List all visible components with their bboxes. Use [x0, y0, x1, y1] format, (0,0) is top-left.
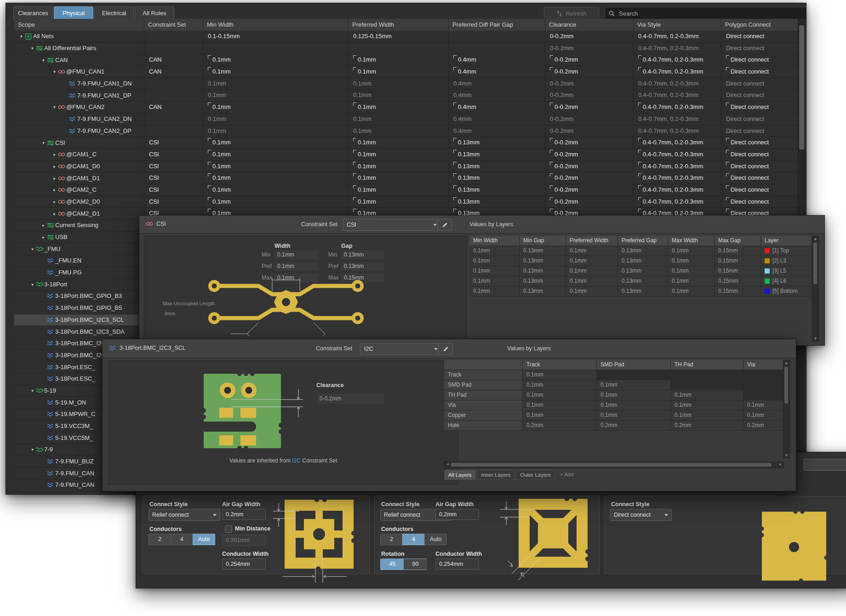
scrollbar-thumb[interactable]: [813, 243, 817, 284]
column-header[interactable]: Preferred Width: [349, 19, 449, 31]
layers-value-cell[interactable]: 0.1mm: [469, 276, 520, 286]
layer-cell[interactable]: [4] L6: [761, 276, 812, 286]
layers-value-cell[interactable]: 0.13mm: [520, 286, 566, 297]
layer-cell[interactable]: [2] L3: [761, 256, 812, 266]
layers-value-cell[interactable]: 0.13mm: [618, 246, 668, 256]
column-header[interactable]: Via Style: [634, 19, 721, 31]
layers-value-cell[interactable]: 0.13mm: [618, 266, 668, 276]
value-cell-via-style[interactable]: 0.4-0.7mm, 0.2-0.3mm: [634, 125, 721, 137]
tree-expand-arrow[interactable]: ▸: [51, 173, 58, 184]
layers-value-cell[interactable]: 0.1mm: [668, 246, 715, 256]
tab-physical[interactable]: Physical: [54, 6, 93, 20]
layer-tab-outer-layers[interactable]: Outer Layers: [516, 470, 554, 480]
tree-expand-arrow[interactable]: ▾: [29, 244, 36, 255]
tree-expand-arrow[interactable]: ▾: [18, 31, 25, 42]
value-cell-via-style[interactable]: 0.4-0.7mm, 0.2-0.3mm: [634, 184, 721, 196]
value-cell-via-style[interactable]: 0.4-0.7mm, 0.2-0.3mm: [634, 137, 721, 148]
column-header[interactable]: Preferred Diff Pair Gap: [449, 19, 545, 31]
matrix-column-header[interactable]: Track: [523, 360, 597, 370]
matrix-value-cell[interactable]: [743, 370, 785, 380]
value-cell-min-width[interactable]: 0.1mm: [203, 161, 349, 172]
layers-value-cell[interactable]: 0.15mm: [715, 266, 761, 276]
value-cell-preferred-diff-pair-gap[interactable]: 0.13mm: [449, 137, 545, 148]
matrix-value-cell[interactable]: [743, 390, 785, 400]
min-distance-input[interactable]: 0.381mm: [222, 535, 266, 546]
column-header[interactable]: Min Width: [203, 19, 349, 31]
column-header[interactable]: Polygon Connect: [721, 19, 800, 31]
value-cell-clearance[interactable]: 0-0.2mm: [545, 196, 634, 208]
matrix-row[interactable]: Hole0.2mm0.2mm0.2mm0.2mm: [444, 421, 785, 431]
matrix-value-cell[interactable]: 0.2mm: [597, 421, 671, 431]
matrix-value-cell[interactable]: 0.1mm: [597, 400, 671, 411]
value-cell-preferred-width[interactable]: 0.1mm: [349, 172, 449, 184]
value-cell-preferred-diff-pair-gap[interactable]: 0.13mm: [449, 161, 545, 172]
value-cell-preferred-width[interactable]: 0.1mm: [349, 78, 449, 90]
tree-expand-arrow[interactable]: ▾: [29, 385, 36, 396]
conductor-width-input[interactable]: 0.254mm: [222, 559, 266, 570]
constraint-set-cell[interactable]: CSI: [144, 184, 203, 196]
conductors-option-4[interactable]: 4: [171, 534, 193, 545]
constraint-set-dropdown[interactable]: CSI: [343, 219, 441, 231]
table-row[interactable]: 7-9.FMU_CAN1_DP0.1mm0.1mm0.4mm0-0.2mm0.4…: [14, 90, 800, 102]
constraint-set-dropdown[interactable]: I2C: [360, 343, 442, 355]
edit-constraint-button[interactable]: [437, 219, 452, 231]
value-cell-polygon-connect[interactable]: Direct connect: [721, 66, 800, 78]
layers-value-cell[interactable]: 0.13mm: [520, 266, 566, 276]
value-cell-min-width[interactable]: 0.1mm: [203, 137, 349, 148]
constraint-set-cell[interactable]: [144, 114, 203, 125]
value-cell-polygon-connect[interactable]: Direct connect: [721, 125, 800, 137]
value-cell-preferred-width[interactable]: 0.1mm: [349, 114, 449, 125]
layers-value-cell[interactable]: 0.13mm: [520, 246, 566, 256]
column-header[interactable]: Constraint Set: [144, 19, 203, 31]
value-cell-clearance[interactable]: 0-0.2mm: [545, 125, 634, 137]
constraint-set-cell[interactable]: [144, 31, 203, 42]
value-cell-via-style[interactable]: 0.4-0.7mm, 0.2-0.3mm: [634, 90, 721, 101]
value-cell-clearance[interactable]: 0-0.2mm: [545, 90, 634, 101]
value-cell-polygon-connect[interactable]: Direct connect: [721, 90, 800, 101]
layers-value-cell[interactable]: 0.1mm: [566, 266, 618, 276]
value-cell-clearance[interactable]: 0-0.2mm: [545, 66, 634, 78]
value-cell-preferred-diff-pair-gap[interactable]: 0.4mm: [449, 90, 545, 101]
value-cell-polygon-connect[interactable]: Direct connect: [721, 43, 800, 54]
matrix-column-header[interactable]: Via: [743, 360, 785, 370]
param-value[interactable]: 0.1mm: [274, 262, 318, 271]
constraint-set-cell[interactable]: CAN: [144, 54, 203, 66]
value-cell-min-width[interactable]: 0.1mm: [203, 125, 349, 137]
table-row[interactable]: 7-9.FMU_CAN1_DN0.1mm0.1mm0.4mm0-0.2mm0.4…: [14, 78, 800, 90]
layers-value-cell[interactable]: 0.1mm: [566, 256, 618, 266]
matrix-column-header[interactable]: SMD Pad: [597, 360, 671, 370]
table-row[interactable]: ▸@CAM1_D1CSI0.1mm0.1mm0.13mm0-0.2mm0.4-0…: [14, 172, 800, 184]
value-cell-preferred-diff-pair-gap[interactable]: 0.13mm: [449, 196, 545, 208]
layers-column-header[interactable]: Preferred Gap: [618, 236, 668, 246]
value-cell-clearance[interactable]: 0-0.2mm: [545, 172, 634, 184]
value-cell-via-style[interactable]: 0.4-0.7mm, 0.2-0.3mm: [634, 172, 721, 184]
tree-expand-arrow[interactable]: ▾: [51, 102, 58, 113]
value-cell-polygon-connect[interactable]: Direct connect: [721, 184, 800, 196]
layers-value-cell[interactable]: 0.1mm: [668, 286, 715, 297]
value-cell-preferred-width[interactable]: 0.1mm: [349, 149, 449, 160]
conductors-option-auto[interactable]: Auto: [193, 534, 215, 545]
edit-constraint-button[interactable]: [438, 343, 453, 355]
air-gap-width-input[interactable]: 0.2mm: [435, 509, 479, 520]
layers-table-row[interactable]: 0.1mm0.13mm0.1mm0.13mm0.1mm0.15mm[1] Top: [469, 246, 812, 256]
matrix-value-cell[interactable]: 0.1mm: [523, 370, 597, 380]
layers-column-header[interactable]: Layer: [761, 236, 812, 246]
layers-value-cell[interactable]: 0.1mm: [566, 286, 618, 297]
constraint-set-cell[interactable]: CAN: [144, 102, 203, 113]
param-value[interactable]: 0.13mm: [341, 250, 385, 260]
value-cell-preferred-diff-pair-gap[interactable]: [449, 31, 545, 42]
table-row[interactable]: ▾@FMU_CAN1CAN0.1mm0.1mm0.4mm0-0.2mm0.4-0…: [14, 66, 800, 78]
value-cell-polygon-connect[interactable]: Direct connect: [721, 161, 800, 172]
value-cell-min-width[interactable]: 0.1mm: [203, 196, 349, 208]
value-cell-preferred-width[interactable]: 0.1mm: [349, 90, 449, 101]
table-row[interactable]: ▸@CAM1_D0CSI0.1mm0.1mm0.13mm0-0.2mm0.4-0…: [14, 161, 800, 173]
table-row[interactable]: 7-9.FMU_CAN2_DP0.1mm0.1mm0.4mm0-0.2mm0.4…: [14, 125, 800, 137]
value-cell-min-width[interactable]: 0.1mm: [203, 184, 349, 196]
matrix-value-cell[interactable]: [597, 370, 671, 380]
layers-value-cell[interactable]: 0.15mm: [715, 276, 761, 286]
value-cell-min-width[interactable]: 0.1mm: [203, 54, 349, 66]
value-cell-polygon-connect[interactable]: Direct connect: [721, 78, 800, 90]
value-cell-polygon-connect[interactable]: Direct connect: [721, 114, 800, 125]
tree-expand-arrow[interactable]: ▾: [29, 444, 36, 455]
matrix-value-cell[interactable]: 0.1mm: [523, 400, 597, 411]
